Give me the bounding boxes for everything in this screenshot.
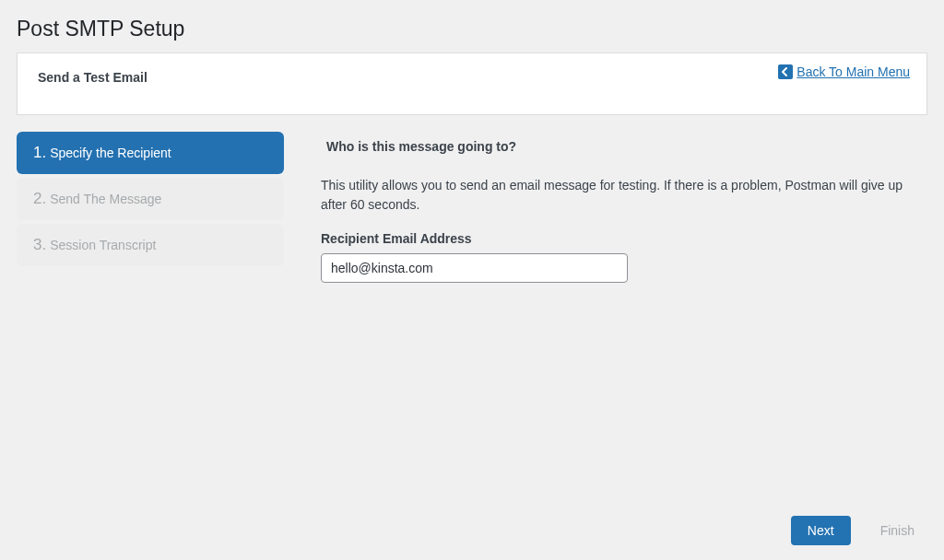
- steps-sidebar: 1. Specify the Recipient 2. Send The Mes…: [17, 132, 284, 283]
- step-specify-recipient[interactable]: 1. Specify the Recipient: [17, 132, 284, 174]
- step-send-message[interactable]: 2. Send The Message: [17, 178, 284, 220]
- header-card: Send a Test Email Back To Main Menu: [17, 52, 927, 115]
- back-arrow-icon: [778, 64, 793, 79]
- finish-button: Finish: [867, 516, 927, 545]
- header-card-title: Send a Test Email: [38, 70, 906, 85]
- step-number: 3.: [33, 236, 46, 254]
- page-title: Post SMTP Setup: [0, 0, 944, 52]
- step-number: 2.: [33, 190, 46, 208]
- step-label: Specify the Recipient: [50, 146, 171, 160]
- question-heading: Who is this message going to?: [321, 139, 927, 154]
- footer-buttons: Next Finish: [791, 516, 927, 545]
- content-area: 1. Specify the Recipient 2. Send The Mes…: [17, 132, 927, 283]
- recipient-email-input[interactable]: [321, 253, 628, 283]
- main-content: Who is this message going to? This utili…: [321, 132, 927, 283]
- step-label: Send The Message: [50, 192, 161, 206]
- step-session-transcript[interactable]: 3. Session Transcript: [17, 224, 284, 266]
- step-number: 1.: [33, 144, 46, 162]
- next-button[interactable]: Next: [791, 516, 851, 545]
- step-label: Session Transcript: [50, 238, 156, 252]
- back-to-main-link[interactable]: Back To Main Menu: [778, 64, 910, 79]
- back-link-text: Back To Main Menu: [796, 64, 910, 79]
- description-text: This utility allows you to send an email…: [321, 176, 927, 215]
- recipient-email-label: Recipient Email Address: [321, 231, 927, 246]
